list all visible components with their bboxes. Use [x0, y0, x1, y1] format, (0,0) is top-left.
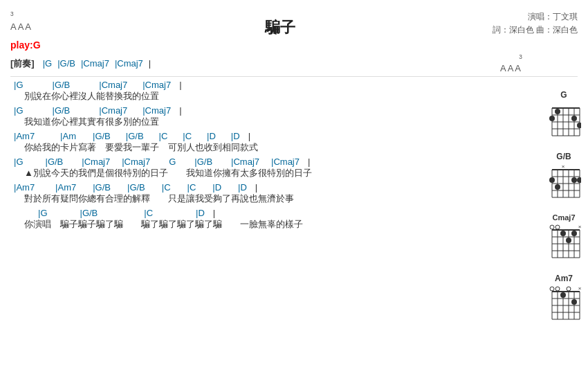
chord: |G/B	[80, 208, 98, 218]
chord: |G/B	[53, 105, 71, 116]
svg-point-27	[555, 184, 560, 190]
chord: |D	[238, 182, 247, 193]
aaa-right-text: AAA	[500, 63, 522, 73]
performer-label: 演唱：丁文琪	[467, 10, 578, 24]
chord: |Cmaj7	[99, 105, 127, 116]
svg-text:×: ×	[578, 224, 581, 230]
svg-point-45	[566, 238, 571, 243]
section-4-lyric: ▲別說今天的我們是個很特別的日子 我知道你擁有太多很特別的日子	[10, 167, 529, 179]
section-3-chords: |Am7 |Am |G/B |G/B |C |C |D |D |	[10, 131, 529, 141]
left-aaa-notation: 3 AAA	[10, 7, 93, 32]
chord-grid-Cmaj7: ×	[546, 223, 581, 261]
chord: |G/B	[126, 131, 144, 141]
chord: |C	[144, 208, 153, 218]
svg-point-63	[560, 292, 566, 298]
chord: |G	[14, 105, 24, 116]
chord: |G	[14, 80, 24, 90]
section-3-lyric: 你給我的卡片寫著 要愛我一輩子 可別人也收到相同款式	[10, 141, 529, 154]
chord: |G/B	[93, 131, 111, 141]
bar: |	[248, 131, 250, 141]
chord-diagram-Am7: Am7 ×	[546, 274, 581, 323]
chord-name-G: G	[560, 90, 567, 100]
chord-diagram-G: G	[546, 90, 581, 139]
chord: |C	[159, 131, 168, 141]
chord: |Am7	[14, 182, 35, 193]
chord: |C	[183, 131, 192, 141]
section-5: |Am7 |Am7 |G/B |G/B |C |C |D |D | 對於所有疑問…	[10, 182, 529, 205]
chord: |Cmaj7	[99, 80, 127, 90]
lyrics-composer: 詞：深白色 曲：深白色	[467, 24, 578, 37]
chord-name-Cmaj7: Cmaj7	[552, 213, 575, 222]
chord-name-Am7: Am7	[555, 274, 573, 283]
chord: |G/B	[53, 80, 71, 90]
chord-diagram-Cmaj7: Cmaj7 ×	[546, 213, 581, 261]
chord: |C	[187, 182, 196, 193]
chord-grid-GB: ×	[546, 163, 581, 201]
chord: |D	[212, 182, 221, 193]
section-1-chords: |G |G/B |Cmaj7 |Cmaj7 |	[10, 80, 529, 90]
svg-point-28	[571, 177, 577, 183]
svg-point-46	[571, 231, 577, 236]
bar: |	[308, 157, 310, 167]
section-2-chords: |G |G/B |Cmaj7 |Cmaj7 |	[10, 105, 529, 116]
svg-point-61	[567, 287, 571, 291]
svg-point-44	[560, 231, 566, 236]
prelude-section: [前奏] |G |G/B |Cmaj7 |Cmaj7 | 3 AAA	[10, 53, 578, 73]
section-4-chords: |G |G/B |Cmaj7 |Cmaj7 G |G/B |Cmaj7 |Cma…	[10, 157, 529, 167]
main-content: |G |G/B |Cmaj7 |Cmaj7 | 別說在你心裡沒人能替換我的位置 …	[10, 80, 578, 231]
chord: |Cmaj7	[271, 157, 300, 167]
chord: |G/B	[93, 182, 111, 193]
svg-point-43	[555, 225, 560, 229]
svg-point-64	[571, 299, 577, 305]
prelude-line: [前奏] |G |G/B |Cmaj7 |Cmaj7 |	[10, 57, 151, 70]
chord-grid-Am7: ×	[546, 285, 581, 323]
prelude-chord-1: |G	[43, 58, 53, 69]
prelude-chord-3: |Cmaj7	[81, 58, 109, 69]
section-6: |G |G/B |C |D | 你演唱 騙子騙子騙了騙 騙了騙了騙了騙了騙 一臉…	[10, 208, 529, 231]
aaa-sup: 3	[10, 10, 14, 17]
chord: |D	[196, 208, 205, 218]
chord: |G/B	[194, 157, 212, 167]
prelude-chord-2: |G/B	[57, 58, 75, 69]
bar: |	[213, 208, 215, 218]
svg-point-59	[550, 287, 554, 291]
song-title: 騙子	[93, 17, 467, 38]
section-6-lyric: 你演唱 騙子騙子騙了騙 騙了騙了騙了騙了騙 一臉無辜的樣子	[10, 218, 529, 231]
svg-point-12	[555, 109, 560, 114]
chord-diagrams: G G/B	[546, 90, 581, 328]
chord-name-GB: G/B	[556, 152, 571, 161]
svg-point-42	[550, 225, 554, 229]
svg-text:×: ×	[562, 163, 565, 170]
section-1: |G |G/B |Cmaj7 |Cmaj7 | 別說在你心裡沒人能替換我的位置	[10, 80, 529, 103]
bar: |	[179, 105, 181, 116]
chord: |G	[14, 157, 24, 167]
section-3: |Am7 |Am |G/B |G/B |C |C |D |D | 你給我的卡片寫…	[10, 131, 529, 154]
chord: |Am	[60, 131, 76, 141]
svg-point-13	[571, 116, 577, 121]
chord: |D	[231, 131, 240, 141]
chord: |G	[38, 208, 48, 218]
play-key: play:G	[10, 39, 578, 51]
chord: |Cmaj7	[143, 105, 171, 116]
prelude-tag: [前奏]	[10, 57, 35, 70]
song-info: 演唱：丁文琪 詞：深白色 曲：深白色	[467, 7, 578, 37]
svg-point-26	[549, 177, 555, 183]
section-1-lyric: 別說在你心裡沒人能替換我的位置	[10, 90, 529, 103]
svg-point-14	[577, 123, 581, 128]
aaa-left-text: AAA	[10, 21, 93, 32]
right-aaa-notation: 3 AAA	[500, 53, 578, 73]
bar: |	[255, 182, 257, 193]
chord: |Cmaj7	[122, 157, 150, 167]
chord: G	[169, 157, 176, 167]
chord: |D	[207, 131, 216, 141]
svg-text:×: ×	[578, 285, 581, 292]
chord: |Cmaj7	[143, 80, 171, 90]
section-2-lyric: 我知道你心裡其實有很多別的位置	[10, 116, 529, 128]
chord: |Cmaj7	[231, 157, 259, 167]
chord: |G/B	[46, 157, 64, 167]
chord: |G/B	[127, 182, 145, 193]
section-4: |G |G/B |Cmaj7 |Cmaj7 G |G/B |Cmaj7 |Cma…	[10, 157, 529, 179]
prelude-bar: |	[149, 58, 151, 69]
section-5-lyric: 對於所有疑問你總有合理的解釋 只是讓我受夠了再說也無濟於事	[10, 193, 529, 205]
svg-point-29	[577, 177, 581, 183]
